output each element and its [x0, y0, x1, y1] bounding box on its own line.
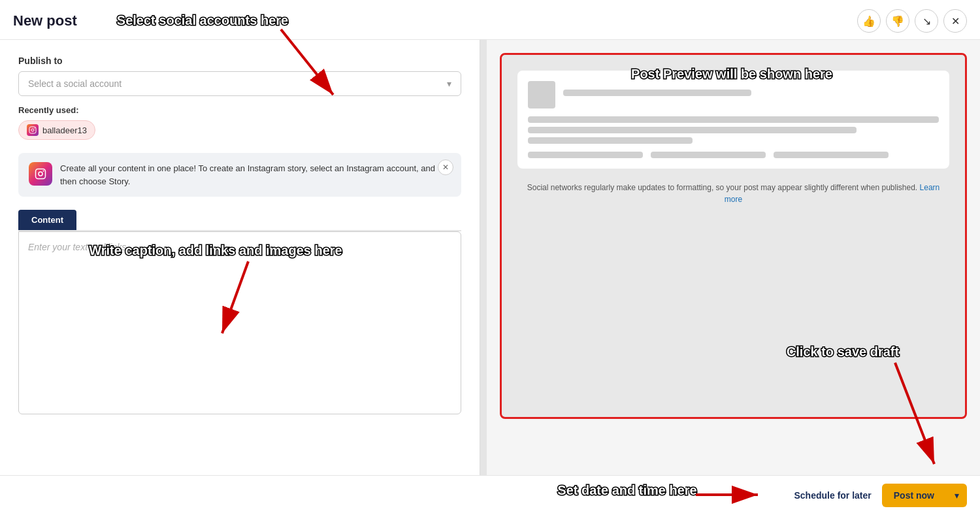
post-now-label: Post now	[882, 484, 946, 507]
schedule-for-later-link[interactable]: Schedule for later	[794, 490, 872, 501]
close-button[interactable]: ✕	[943, 9, 967, 33]
thumbdown-button[interactable]: 👎	[886, 9, 909, 33]
svg-point-2	[34, 127, 35, 129]
preview-bottom-lines	[528, 152, 939, 158]
preview-line-partial-1	[528, 137, 693, 144]
post-now-chevron-icon: ▾	[947, 484, 967, 507]
info-banner-instagram-icon	[29, 162, 52, 186]
recently-used-label: Recently used:	[18, 105, 461, 115]
select-placeholder-text: Select a social account	[28, 78, 122, 89]
info-banner: Create all your content in one place! To…	[18, 153, 461, 197]
footer: Schedule for later Post now ▾	[0, 475, 980, 515]
preview-avatar	[528, 81, 555, 108]
account-chip-balladeer13[interactable]: balladeer13	[18, 120, 95, 140]
page-title: New post	[13, 12, 77, 29]
account-name: balladeer13	[42, 125, 87, 135]
preview-line-1	[563, 90, 751, 96]
svg-point-5	[42, 170, 44, 171]
preview-bottom-line-1	[528, 152, 643, 158]
text-area-wrapper[interactable]: Enter your text and links	[18, 231, 461, 414]
post-now-button[interactable]: Post now ▾	[882, 484, 967, 507]
publish-to-label: Publish to	[18, 56, 461, 66]
preview-note: Social networks regularly make updates t…	[517, 182, 949, 205]
minimize-button[interactable]: ↘	[915, 9, 938, 33]
info-banner-close-button[interactable]: ✕	[438, 159, 453, 175]
preview-header-row	[528, 81, 939, 108]
text-area-placeholder: Enter your text and links	[28, 242, 126, 252]
chevron-down-icon: ▾	[447, 78, 451, 89]
content-area: Publish to Select a social account ▾ Rec…	[0, 40, 980, 475]
preview-bottom-line-2	[651, 152, 766, 158]
preview-bottom-line-3	[774, 152, 889, 158]
header-actions: 👍 👎 ↘ ✕	[857, 9, 967, 33]
right-panel: Social networks regularly make updates t…	[487, 40, 980, 475]
preview-line-medium-1	[528, 127, 857, 133]
left-panel: Publish to Select a social account ▾ Rec…	[0, 40, 480, 475]
content-tab-bar: Content	[18, 210, 461, 231]
content-tab[interactable]: Content	[18, 210, 76, 230]
svg-point-1	[31, 129, 34, 131]
preview-lines	[563, 90, 939, 100]
preview-card	[517, 71, 949, 169]
svg-point-4	[39, 172, 42, 176]
thumbup-button[interactable]: 👍	[857, 9, 881, 33]
panel-divider	[480, 40, 487, 475]
preview-box: Social networks regularly make updates t…	[500, 53, 967, 419]
preview-line-full-1	[528, 116, 939, 123]
social-account-select[interactable]: Select a social account ▾	[18, 71, 461, 96]
instagram-icon	[27, 124, 39, 136]
info-banner-text: Create all your content in one place! To…	[60, 162, 451, 188]
